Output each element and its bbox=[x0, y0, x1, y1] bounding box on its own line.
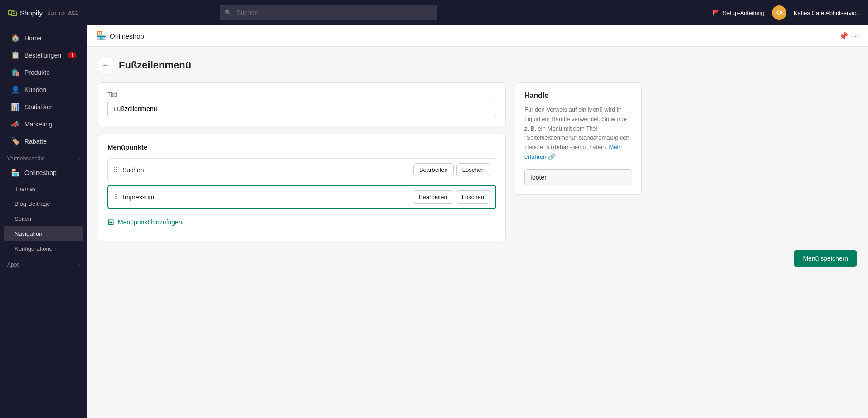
vertriebskanaele-section: Vertriebskanäle › bbox=[0, 150, 87, 164]
sidebar-item-label: Rabatte bbox=[24, 138, 47, 145]
handle-input[interactable] bbox=[524, 169, 632, 185]
sidebar-item-label: Statistiken bbox=[24, 103, 54, 111]
side-panel: Handle Für den Verweis auf ein Menü wird… bbox=[515, 82, 642, 241]
sidebar-sub-label: Konfigurationen bbox=[15, 245, 56, 252]
edit-suchen-button[interactable]: Bearbeiten bbox=[413, 163, 454, 176]
top-navigation: 🛍 Shopify Sommer 2022 🔍 🚩 Setup-Anleitun… bbox=[0, 0, 868, 25]
orders-badge: 1 bbox=[68, 52, 76, 58]
content-grid: Titel Menüpunkte ⠿ Suchen Bearbeiten Lö bbox=[98, 82, 642, 241]
sidebar-sub-items: Themes Blog-Beiträge Seiten Navigation K… bbox=[0, 181, 87, 256]
avatar[interactable]: KA bbox=[772, 5, 786, 20]
sidebar-sub-label: Seiten bbox=[15, 215, 31, 222]
page-header-right: 📌 ⋯ bbox=[839, 32, 859, 40]
sidebar-item-blog-beitraege[interactable]: Blog-Beiträge bbox=[4, 196, 83, 211]
sidebar-item-marketing[interactable]: 📣 Marketing bbox=[4, 116, 83, 132]
menu-item-suchen: ⠿ Suchen Bearbeiten Löschen bbox=[107, 158, 496, 181]
search-input[interactable] bbox=[220, 5, 437, 20]
orders-icon: 📋 bbox=[11, 51, 20, 59]
chevron-right-icon: › bbox=[78, 156, 80, 161]
drag-handle-icon[interactable]: ⠿ bbox=[113, 166, 118, 174]
sidebar-sub-label: Blog-Beiträge bbox=[15, 200, 50, 207]
main-content: 🏪 Onlineshop 📌 ⋯ ← Fußzeilenmenü Titel bbox=[87, 25, 868, 418]
sidebar-item-navigation[interactable]: Navigation bbox=[4, 226, 83, 241]
menu-items-card: Menüpunkte ⠿ Suchen Bearbeiten Löschen bbox=[98, 134, 506, 241]
setup-label: Setup-Anleitung bbox=[723, 10, 765, 16]
marketing-icon: 📣 bbox=[11, 120, 20, 128]
sidebar-sub-label: Navigation bbox=[15, 230, 42, 237]
flag-icon: 🚩 bbox=[713, 10, 720, 16]
item-actions: Bearbeiten Löschen bbox=[413, 163, 490, 176]
menu-item-name: Impressum bbox=[123, 194, 413, 201]
sidebar-item-home[interactable]: 🏠 Home bbox=[4, 29, 83, 46]
setup-link[interactable]: 🚩 Setup-Anleitung bbox=[713, 10, 765, 16]
item-actions: Bearbeiten Löschen bbox=[413, 190, 490, 204]
add-icon: ⊞ bbox=[107, 217, 114, 227]
content-area: ← Fußzeilenmenü Titel Menüpunkte bbox=[87, 47, 868, 418]
save-row: Menü speichern bbox=[98, 250, 857, 267]
page-header-left: 🏪 Onlineshop bbox=[96, 31, 144, 41]
add-menu-item-label: Menüpunkt hinzufügen bbox=[118, 219, 182, 226]
delete-suchen-button[interactable]: Löschen bbox=[456, 163, 490, 176]
title-input[interactable] bbox=[107, 101, 496, 117]
search-container: 🔍 bbox=[220, 5, 437, 20]
sidebar-item-bestellungen[interactable]: 📋 Bestellungen 1 bbox=[4, 47, 83, 63]
title-label: Titel bbox=[107, 92, 496, 98]
sidebar-item-label: Onlineshop bbox=[24, 169, 57, 176]
handle-description: Für den Verweis auf ein Menü wird in Liq… bbox=[524, 105, 632, 162]
delete-impressum-button[interactable]: Löschen bbox=[456, 190, 490, 204]
analytics-icon: 📊 bbox=[11, 102, 20, 111]
handle-description-text2: haben. bbox=[588, 144, 607, 151]
products-icon: 🛍️ bbox=[11, 68, 20, 77]
sidebar-item-label: Home bbox=[24, 34, 41, 42]
onlineshop-icon: 🏪 bbox=[11, 168, 20, 177]
page-title: Fußzeilenmenü bbox=[119, 59, 191, 71]
shopify-logo: 🛍 Shopify Sommer 2022 bbox=[7, 7, 78, 19]
layout: 🏠 Home 📋 Bestellungen 1 🛍️ Produkte 👤 Ku… bbox=[0, 25, 868, 418]
sidebar: 🏠 Home 📋 Bestellungen 1 🛍️ Produkte 👤 Ku… bbox=[0, 25, 87, 418]
shopify-season: Sommer 2022 bbox=[47, 10, 78, 15]
online-shop-icon: 🏪 bbox=[96, 31, 106, 41]
shopify-text: Shopify bbox=[20, 9, 43, 17]
handle-card: Handle Für den Verweis auf ein Menü wird… bbox=[515, 82, 642, 195]
customers-icon: 👤 bbox=[11, 85, 20, 94]
apps-label: Apps bbox=[7, 262, 19, 268]
sidebar-item-onlineshop[interactable]: 🏪 Onlineshop bbox=[4, 164, 83, 181]
search-icon: 🔍 bbox=[224, 9, 232, 16]
handle-title: Handle bbox=[524, 92, 632, 100]
drag-handle-icon[interactable]: ⠿ bbox=[114, 194, 118, 201]
menu-item-name: Suchen bbox=[122, 166, 413, 174]
title-card: Titel bbox=[98, 82, 506, 126]
shopify-bag-icon: 🛍 bbox=[7, 7, 17, 19]
sidebar-item-label: Bestellungen bbox=[24, 52, 61, 59]
sidebar-item-statistiken[interactable]: 📊 Statistiken bbox=[4, 98, 83, 115]
main-panel: Titel Menüpunkte ⠿ Suchen Bearbeiten Lö bbox=[98, 82, 506, 241]
discounts-icon: 🏷️ bbox=[11, 137, 20, 146]
sidebar-item-konfigurationen[interactable]: Konfigurationen bbox=[4, 241, 83, 256]
sidebar-item-label: Marketing bbox=[24, 121, 52, 128]
vertriebskanaele-label: Vertriebskanäle bbox=[7, 156, 45, 162]
apps-section: Apps › bbox=[0, 256, 87, 270]
sidebar-item-label: Produkte bbox=[24, 69, 50, 76]
handle-code: sidebar-menu bbox=[545, 144, 588, 151]
menu-item-impressum: ⠿ Impressum Bearbeiten Löschen bbox=[107, 185, 496, 209]
add-menu-item-button[interactable]: ⊞ Menüpunkt hinzufügen bbox=[107, 213, 182, 232]
home-icon: 🏠 bbox=[11, 34, 20, 42]
top-nav-right: 🚩 Setup-Anleitung KA Katies Café Abholse… bbox=[713, 5, 861, 20]
user-name: Katies Café Abholservic... bbox=[794, 10, 861, 16]
more-icon[interactable]: ⋯ bbox=[852, 32, 859, 40]
title-row: ← Fußzeilenmenü bbox=[98, 58, 857, 73]
page-header-title: Onlineshop bbox=[110, 32, 144, 40]
sidebar-item-produkte[interactable]: 🛍️ Produkte bbox=[4, 64, 83, 81]
edit-impressum-button[interactable]: Bearbeiten bbox=[413, 190, 453, 204]
sidebar-item-label: Kunden bbox=[24, 86, 46, 93]
save-menu-button[interactable]: Menü speichern bbox=[794, 250, 857, 267]
pin-icon[interactable]: 📌 bbox=[839, 32, 848, 40]
sidebar-item-kunden[interactable]: 👤 Kunden bbox=[4, 81, 83, 98]
chevron-right-icon: › bbox=[78, 262, 80, 267]
sidebar-item-rabatte[interactable]: 🏷️ Rabatte bbox=[4, 133, 83, 150]
sidebar-item-themes[interactable]: Themes bbox=[4, 181, 83, 196]
sidebar-item-seiten[interactable]: Seiten bbox=[4, 211, 83, 226]
back-button[interactable]: ← bbox=[98, 58, 113, 73]
page-header: 🏪 Onlineshop 📌 ⋯ bbox=[87, 25, 868, 47]
sidebar-sub-label: Themes bbox=[15, 185, 36, 192]
